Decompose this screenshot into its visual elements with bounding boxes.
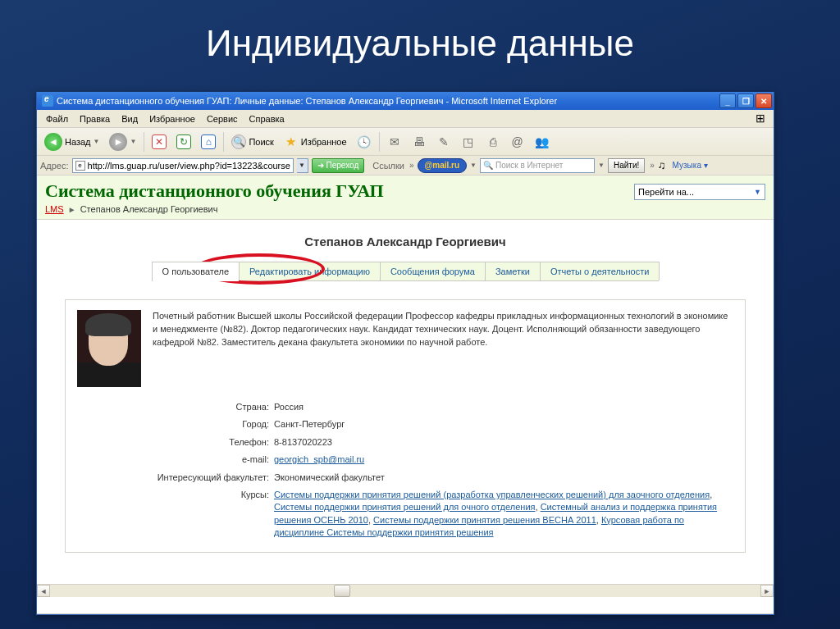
profile-box: Почетный работник Высшей школы Российско… — [65, 299, 746, 553]
mail-button[interactable]: ✉ — [383, 131, 406, 153]
home-icon: ⌂ — [201, 134, 216, 149]
field-value: Россия — [274, 401, 733, 413]
titlebar: Система дистанционного обучения ГУАП: Ли… — [37, 92, 774, 110]
tab-about[interactable]: О пользователе — [152, 262, 240, 280]
field-label: Страна: — [77, 401, 274, 413]
menu-help[interactable]: Справка — [244, 112, 290, 125]
menu-view[interactable]: Вид — [116, 112, 144, 125]
home-button[interactable]: ⌂ — [197, 131, 220, 153]
tool-button-1[interactable]: ◳ — [457, 131, 480, 153]
expand-icon[interactable]: » — [650, 161, 655, 170]
mailru-dropdown-icon: ▼ — [470, 162, 477, 169]
tab-forum-posts[interactable]: Сообщения форума — [380, 262, 486, 280]
address-dropdown[interactable]: ▼ — [297, 158, 308, 173]
scroll-right-button[interactable]: ► — [760, 585, 774, 597]
field-label: Курсы: — [77, 489, 274, 540]
back-label: Назад — [65, 137, 91, 147]
course-link[interactable]: Системы поддержки принятия решений для о… — [274, 502, 536, 512]
tab-notes[interactable]: Заметки — [485, 262, 541, 280]
breadcrumb-arrow-icon: ► — [68, 205, 76, 214]
go-button[interactable]: ➜ Переход — [312, 158, 365, 173]
find-button[interactable]: Найти! — [608, 158, 645, 173]
search-button[interactable]: 🔍 Поиск — [227, 131, 277, 153]
tabs-wrap: О пользователе Редактировать информацию … — [37, 262, 774, 281]
ie-window: Система дистанционного обучения ГУАП: Ли… — [36, 92, 774, 615]
menu-file[interactable]: Файл — [40, 112, 74, 125]
separator — [379, 132, 380, 152]
nav-select[interactable]: Перейти на... ▼ — [634, 184, 765, 200]
avatar — [77, 310, 141, 387]
close-button[interactable]: ✕ — [756, 93, 772, 108]
print-button[interactable]: 🖶 — [408, 131, 431, 153]
address-input[interactable] — [88, 161, 290, 171]
windows-flag-icon: ⊞ — [756, 112, 770, 126]
field-courses: Курсы: Системы поддержки принятия решени… — [77, 486, 733, 542]
field-value: 8-8137020223 — [274, 436, 733, 449]
email-link[interactable]: georgich_spb@mail.ru — [274, 454, 364, 464]
forward-button[interactable]: ► ▼ — [105, 131, 140, 153]
slide-title: Индивидуальные данные — [0, 0, 840, 79]
profile-bio: Почетный работник Высшей школы Российско… — [153, 310, 733, 387]
history-button[interactable]: 🕓 — [353, 131, 376, 153]
scroll-thumb[interactable] — [334, 585, 350, 597]
tool-button-3[interactable]: @ — [506, 131, 529, 153]
mailru-badge[interactable]: @mail.ru — [418, 158, 468, 173]
favorites-label: Избранное — [301, 137, 347, 147]
links-expand-icon[interactable]: » — [409, 161, 414, 170]
ie-logo-icon — [42, 95, 53, 107]
menu-favorites[interactable]: Избранное — [144, 112, 201, 125]
print-icon: 🖶 — [412, 134, 427, 149]
stop-button[interactable]: ✕ — [148, 131, 171, 153]
field-label: Телефон: — [77, 436, 274, 449]
music-note-icon: ♫ — [658, 159, 666, 171]
search-dropdown-icon: ▼ — [598, 162, 605, 169]
field-phone: Телефон: 8-8137020223 — [77, 434, 733, 451]
profile-name-heading: Степанов Александр Георгиевич — [37, 220, 774, 262]
field-faculty: Интересующий факультет: Экономический фа… — [77, 469, 733, 486]
maximize-button[interactable]: ❐ — [737, 93, 754, 108]
edit-button[interactable]: ✎ — [432, 131, 455, 153]
search-input[interactable]: 🔍 Поиск в Интернет — [480, 158, 595, 173]
go-label: Переход — [326, 161, 359, 170]
edit-icon: ✎ — [436, 134, 451, 149]
menu-tools[interactable]: Сервис — [201, 112, 244, 125]
field-value: Санкт-Петербург — [274, 418, 733, 431]
tab-activity-reports[interactable]: Отчеты о деятельности — [540, 262, 660, 280]
field-label: e-mail: — [77, 454, 274, 466]
forward-arrow-icon: ► — [109, 133, 127, 151]
tool-button-4[interactable]: 👥 — [531, 131, 554, 153]
menubar: Файл Правка Вид Избранное Сервис Справка… — [37, 110, 774, 128]
menu-edit[interactable]: Правка — [74, 112, 116, 125]
scroll-left-button[interactable]: ◄ — [37, 585, 50, 597]
horizontal-scrollbar[interactable]: ◄ ► — [37, 584, 774, 597]
breadcrumb-root[interactable]: LMS — [45, 204, 64, 214]
course-link[interactable]: Системы поддержки принятия решения ВЕСНА… — [373, 515, 596, 525]
course-link[interactable]: Системы поддержки принятия решений (разр… — [274, 490, 710, 499]
field-value: Экономический факультет — [274, 472, 733, 484]
field-city: Город: Санкт-Петербург — [77, 416, 733, 433]
generic-icon: ◳ — [461, 134, 476, 149]
nav-select-arrow-icon: ▼ — [754, 188, 761, 196]
links-label: Ссылки — [372, 161, 404, 171]
tool-button-2[interactable]: ⎙ — [482, 131, 504, 153]
field-email: e-mail: georgich_spb@mail.ru — [77, 451, 733, 468]
profile-fields: Страна: Россия Город: Санкт-Петербург Те… — [77, 399, 733, 542]
back-button[interactable]: ◄ Назад ▼ — [40, 131, 103, 153]
go-arrow-icon: ➜ — [317, 161, 324, 170]
favorites-button[interactable]: ★ Избранное — [280, 131, 351, 153]
minimize-button[interactable]: _ — [719, 93, 736, 108]
scroll-track[interactable] — [50, 585, 760, 597]
separator — [223, 132, 224, 152]
page-icon: e — [75, 161, 85, 171]
star-icon: ★ — [284, 134, 299, 149]
forward-dropdown-icon: ▼ — [130, 138, 136, 145]
generic-icon: ⎙ — [486, 134, 500, 149]
address-label: Адрес: — [40, 161, 69, 171]
music-label[interactable]: Музыка ▾ — [673, 161, 708, 170]
history-icon: 🕓 — [357, 134, 372, 149]
refresh-button[interactable]: ↻ — [172, 131, 195, 153]
tab-edit-info[interactable]: Редактировать информацию — [239, 262, 381, 280]
search-icon: 🔍 — [231, 134, 246, 149]
search-placeholder: Поиск в Интернет — [495, 161, 563, 170]
field-value: Системы поддержки принятия решений (разр… — [274, 489, 733, 540]
